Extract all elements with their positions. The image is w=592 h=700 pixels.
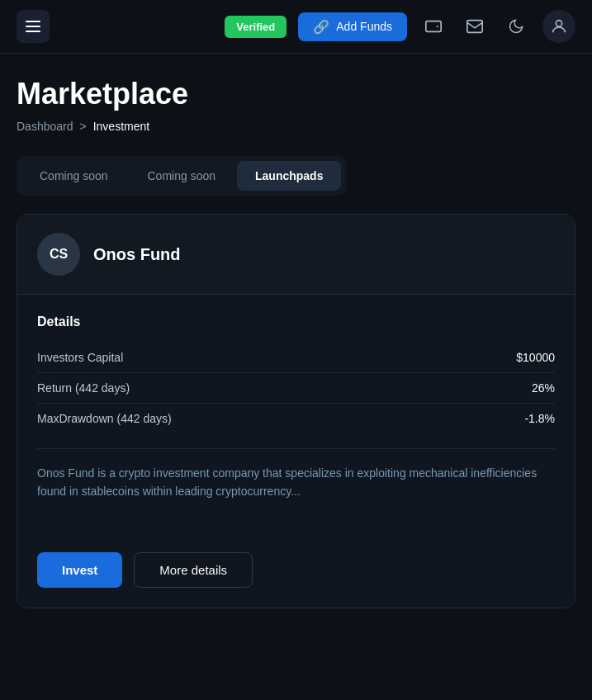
header: Verified 🔗 Add Funds bbox=[0, 0, 592, 54]
card-body: Details Investors Capital $10000 Return … bbox=[17, 295, 575, 539]
detail-row-investors-capital: Investors Capital $10000 bbox=[37, 343, 555, 373]
add-funds-icon: 🔗 bbox=[313, 19, 329, 35]
maxdrawdown-label: MaxDrawdown (442 days) bbox=[37, 412, 172, 425]
detail-row-return: Return (442 days) 26% bbox=[37, 373, 555, 404]
svg-point-2 bbox=[556, 21, 561, 26]
breadcrumb-separator: > bbox=[80, 120, 87, 133]
svg-rect-0 bbox=[426, 21, 441, 32]
card-header: CS Onos Fund bbox=[17, 215, 575, 295]
page-title: Marketplace bbox=[17, 77, 575, 111]
fund-avatar: CS bbox=[37, 233, 80, 276]
tab-launchpads[interactable]: Launchpads bbox=[237, 161, 341, 191]
breadcrumb-current: Investment bbox=[93, 120, 149, 133]
menu-button[interactable] bbox=[17, 10, 50, 43]
wallet-button[interactable] bbox=[419, 12, 448, 41]
add-funds-label: Add Funds bbox=[336, 20, 392, 33]
add-funds-button[interactable]: 🔗 Add Funds bbox=[298, 12, 407, 41]
detail-row-maxdrawdown: MaxDrawdown (442 days) -1.8% bbox=[37, 404, 555, 433]
invest-button[interactable]: Invest bbox=[37, 552, 122, 588]
mail-button[interactable] bbox=[460, 12, 490, 41]
tab-bar: Coming soon Coming soon Launchpads bbox=[17, 156, 346, 196]
header-right: Verified 🔗 Add Funds bbox=[225, 10, 575, 43]
svg-rect-1 bbox=[467, 21, 482, 33]
maxdrawdown-value: -1.8% bbox=[524, 412, 555, 425]
tab-coming-soon-1[interactable]: Coming soon bbox=[21, 161, 126, 191]
breadcrumb-home: Dashboard bbox=[17, 120, 73, 133]
tab-coming-soon-2[interactable]: Coming soon bbox=[130, 161, 234, 191]
more-details-button[interactable]: More details bbox=[134, 552, 253, 588]
dark-mode-button[interactable] bbox=[501, 12, 531, 41]
investors-capital-value: $10000 bbox=[516, 351, 555, 364]
investors-capital-label: Investors Capital bbox=[37, 351, 123, 364]
main-content: Marketplace Dashboard > Investment Comin… bbox=[0, 54, 592, 625]
divider bbox=[37, 448, 555, 449]
return-label: Return (442 days) bbox=[37, 381, 130, 395]
details-title: Details bbox=[37, 315, 555, 329]
fund-name: Onos Fund bbox=[93, 245, 181, 264]
verified-badge: Verified bbox=[225, 16, 287, 38]
card-footer: Invest More details bbox=[17, 539, 575, 608]
fund-description: Onos Fund is a crypto investment company… bbox=[37, 464, 555, 501]
fund-card: CS Onos Fund Details Investors Capital $… bbox=[17, 214, 575, 608]
return-value: 26% bbox=[532, 381, 555, 395]
breadcrumb: Dashboard > Investment bbox=[17, 120, 575, 133]
header-left bbox=[17, 10, 50, 43]
profile-button[interactable] bbox=[542, 10, 575, 43]
